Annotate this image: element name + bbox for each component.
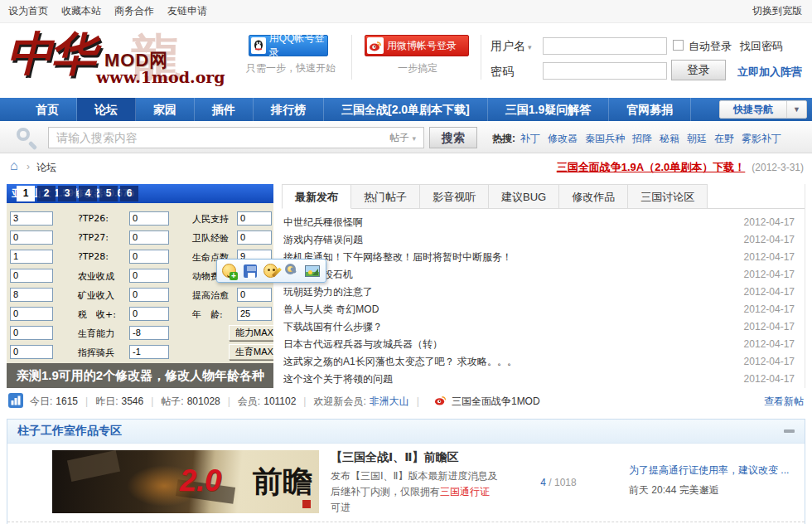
qq-icon [251,37,266,54]
image-icon[interactable] [305,263,321,279]
join-now-link[interactable]: 立即加入阵营 [737,65,802,80]
topbar-link-friend-link[interactable]: 友链申请 [167,4,207,18]
last-post-user[interactable]: 完美邂逅 [679,484,719,496]
slide-number-6[interactable]: 6 [120,186,138,201]
chevron-down-icon[interactable]: ▼ [786,101,806,118]
thread-title[interactable]: 中世纪兵種很怪啊 [283,214,736,231]
slide-number-3[interactable]: 3 [58,186,76,201]
qq-login-button[interactable]: 用QQ帐号登录 [249,35,328,56]
slideshow-image[interactable]: 亚历山大 1.59修改器v0.67b 123456 3?TP26:0人民支持00… [7,184,273,388]
topbar-link-set-home[interactable]: 设为首页 [8,4,48,18]
login-button[interactable]: 登录 [671,60,726,80]
forum-banner-image[interactable]: 2.0 前瞻 [52,450,319,513]
thread-title[interactable]: 这个这个关于将领的问题 [283,371,736,388]
search-input[interactable] [49,131,382,144]
thread-title[interactable]: 兽人与人类 奇幻MOD [283,301,736,318]
stats-label-3: 会员: [238,395,260,407]
forum-section-title[interactable]: 柱子工作室作品专区 [17,424,122,439]
site-logo[interactable]: 龍 中华 MOD网 www.1mod.org [7,27,243,95]
thread-title[interactable]: 玩朝廷势力的注意了 [283,284,736,301]
announcement: 三国全面战争1.9A（2.0单剧本）下载！(2012-3-31) [557,160,804,175]
nav-item-2[interactable]: 家园 [136,98,195,121]
nav-item-0[interactable]: 首页 [18,98,77,121]
topbar-link-business[interactable]: 商务合作 [114,4,154,18]
search-button[interactable]: 搜索 [429,127,477,148]
tab-1[interactable]: 热门帖子 [351,184,420,209]
save-icon[interactable] [243,263,259,279]
thread-date: 2012-04-17 [744,353,795,371]
tab-4[interactable]: 修改作品 [559,184,628,209]
main-nav: 首页论坛家园插件排行榜三国全战[2.0单剧本下载]三国1.9疑问解答官网募捐 快… [0,98,812,121]
hot-search-link-2[interactable]: 秦国兵种 [585,133,625,144]
slide-number-4[interactable]: 4 [79,186,97,201]
search-bar: 帖子 ▾ 搜索 热搜:补丁修改器秦国兵种招降秘籍朝廷在野雾影补丁 [0,121,812,153]
slide-number-2[interactable]: 2 [37,186,56,201]
stats-label-2: 帖子: [161,395,183,407]
breadcrumb-forum-link[interactable]: 论坛 [36,161,56,175]
nav-item-5[interactable]: 三国全战[2.0单剧本下载] [324,98,488,121]
hot-search-link-6[interactable]: 在野 [714,133,734,144]
thread-title[interactable]: 下载战国有什么步骤？ [283,318,736,336]
hot-search-link-0[interactable]: 补丁 [520,133,540,144]
trainer-input: -1 [129,345,169,359]
thread-title[interactable]: 游戏内存错误问题 [283,231,736,249]
nav-item-3[interactable]: 插件 [195,98,254,121]
banner-word-text: 前瞻 [253,462,312,502]
weibo-login-hint: 一步搞定 [368,61,467,75]
tab-0[interactable]: 最新发布 [282,184,351,209]
nav-item-7[interactable]: 官网募捐 [609,98,691,121]
thread-title[interactable]: 且不能招投石机 [283,266,736,284]
slide-caption[interactable]: 亲测1.9可用的2个修改器，修改人物年龄各种 [7,363,273,388]
welcome-label: 欢迎新会员: [313,395,365,409]
last-post-link[interactable]: 为了提高通行证使用率，建议改变 ... [629,463,789,478]
tab-5[interactable]: 三国讨论区 [628,184,708,209]
view-new-posts-link[interactable]: 查看新帖 [764,395,804,409]
weibo-account-link[interactable]: 三国全面战争1MOD [452,395,540,409]
auto-login-checkbox[interactable] [673,40,684,51]
forum-title-link[interactable]: 【三国全战Ⅰ、Ⅱ】前瞻区 [331,450,458,465]
username-field[interactable] [543,37,667,55]
nav-item-1[interactable]: 论坛 [77,98,136,121]
nav-item-6[interactable]: 三国1.9疑问解答 [488,98,609,121]
slide-number-1[interactable]: 1 [17,186,35,201]
thread-list: 中世纪兵種很怪啊2012-04-17游戏内存错误问题2012-04-17接机房通… [282,209,805,388]
hot-search-link-5[interactable]: 朝廷 [687,133,707,144]
trainer-input: 0 [237,211,272,226]
trainer-input: 3 [10,211,53,226]
tab-2[interactable]: 影音视听 [420,184,489,209]
thread-title[interactable]: 日本古代远程兵器与攻城兵器（转） [283,336,736,353]
hot-search-link-3[interactable]: 招降 [632,133,652,144]
collapse-icon[interactable] [784,429,795,433]
new-member-link[interactable]: 非洲大山 [370,395,409,409]
thread-date: 2012-04-17 [744,318,795,336]
thread-date: 2012-04-17 [744,249,795,266]
find-password-link[interactable]: 找回密码 [740,39,783,54]
stats-value-2: 801028 [187,395,220,407]
thread-date: 2012-04-17 [744,214,795,231]
divider: | [228,395,230,407]
quick-nav-button[interactable]: 快捷导航 ▼ [719,100,807,119]
trainer-input: 1 [10,250,53,264]
magnifier-smiley-icon[interactable] [284,263,300,279]
qq-login-label: 用QQ帐号登录 [269,32,327,60]
emoticon-add-icon[interactable] [222,263,238,279]
announcement-link[interactable]: 三国全面战争1.9A（2.0单剧本）下载！ [557,161,746,173]
thread-title[interactable]: 接机房通知！下午网络整改！届时将暂时中断服务！ [283,249,736,266]
switch-wide-link[interactable]: 切换到宽版 [752,4,802,18]
chevron-down-icon[interactable]: ▾ [528,43,532,51]
nav-item-4[interactable]: 排行榜 [254,98,324,121]
thread-title[interactable]: 这武家之殇的A1长冈藩也太变态了吧？ 求攻略。。。 [283,353,736,371]
trainer-button: 能力MAX [229,325,273,341]
tab-3[interactable]: 建议BUG [489,184,559,209]
edit-pencil-icon[interactable] [263,263,279,279]
hot-search-link-7[interactable]: 雾影补丁 [742,133,781,144]
search-scope-dropdown[interactable]: 帖子 ▾ [382,131,423,145]
home-icon[interactable]: ⌂ [10,158,18,173]
hot-search-link-4[interactable]: 秘籍 [660,133,679,144]
password-field[interactable] [543,62,667,80]
hot-search-link-1[interactable]: 修改器 [548,133,578,144]
topbar-link-favorite[interactable]: 收藏本站 [61,4,101,18]
slide-number-5[interactable]: 5 [99,186,118,201]
weibo-login-button[interactable]: 用微博帐号登录 [365,35,469,56]
banner-art [67,450,120,482]
